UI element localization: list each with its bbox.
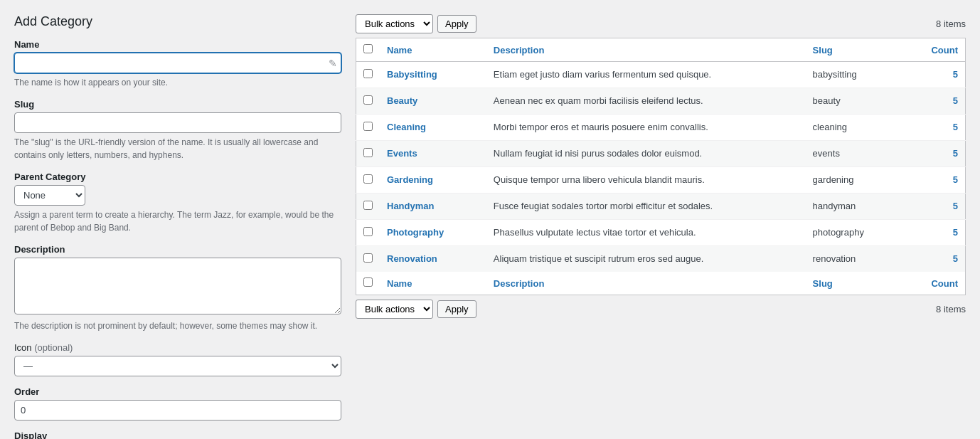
row-count-cell: 5	[904, 62, 966, 88]
row-checkbox[interactable]	[363, 69, 373, 78]
row-count-cell: 5	[904, 115, 966, 141]
row-name-cell: Photography	[380, 220, 486, 246]
description-group: Description The description is not promi…	[14, 244, 341, 332]
row-checkbox-cell[interactable]	[356, 167, 380, 194]
description-textarea[interactable]	[14, 258, 341, 314]
row-description-cell: Aliquam tristique et suscipit rutrum ero…	[486, 246, 806, 273]
select-all-checkbox[interactable]	[363, 44, 373, 53]
count-column-footer[interactable]: Count	[904, 272, 966, 295]
row-checkbox[interactable]	[363, 201, 373, 210]
row-checkbox-cell[interactable]	[356, 194, 380, 220]
row-checkbox-cell[interactable]	[356, 220, 380, 246]
parent-select[interactable]: None	[14, 185, 85, 206]
row-count-cell: 5	[904, 141, 966, 167]
row-description-cell: Aenean nec ex quam morbi facilisis eleif…	[486, 88, 806, 115]
row-count-link[interactable]: 5	[953, 95, 958, 106]
row-name-cell: Renovation	[380, 246, 486, 273]
row-count-link[interactable]: 5	[953, 174, 958, 185]
bulk-actions-select-top[interactable]: Bulk actions	[356, 14, 433, 33]
row-count-link[interactable]: 5	[953, 201, 958, 211]
table-footer-row: Name Description Slug Count	[356, 272, 966, 295]
select-all-header[interactable]	[356, 38, 380, 62]
name-column-footer[interactable]: Name	[380, 272, 486, 295]
description-label: Description	[14, 244, 341, 255]
row-name-link[interactable]: Beauty	[387, 95, 417, 106]
select-all-footer-checkbox[interactable]	[363, 277, 373, 287]
row-name-link[interactable]: Photography	[387, 227, 444, 238]
bottom-toolbar: Bulk actions Apply 8 items	[356, 300, 966, 319]
row-description-cell: Fusce feugiat sodales tortor morbi effic…	[486, 194, 806, 220]
row-checkbox[interactable]	[363, 253, 373, 263]
row-slug-cell: handyman	[806, 194, 904, 220]
table-header-row: Name Description Slug Count	[356, 38, 966, 62]
row-name-link[interactable]: Events	[387, 148, 417, 159]
row-name-link[interactable]: Gardening	[387, 174, 433, 185]
add-category-panel: Add Category Name ✎ The name is how it a…	[14, 14, 341, 439]
name-group: Name ✎ The name is how it appears on you…	[14, 39, 341, 89]
row-slug-cell: renovation	[806, 246, 904, 273]
row-checkbox-cell[interactable]	[356, 88, 380, 115]
table-body: Babysitting Etiam eget justo diam varius…	[356, 62, 966, 273]
row-name-cell: Events	[380, 141, 486, 167]
slug-column-header[interactable]: Slug	[806, 38, 904, 62]
slug-column-footer[interactable]: Slug	[806, 272, 904, 295]
display-label: Display	[14, 430, 341, 439]
edit-icon: ✎	[329, 58, 337, 69]
name-help: The name is how it appears on your site.	[14, 76, 341, 89]
row-count-cell: 5	[904, 246, 966, 273]
row-name-cell: Handyman	[380, 194, 486, 220]
apply-button-top[interactable]: Apply	[437, 15, 476, 33]
row-slug-cell: events	[806, 141, 904, 167]
description-column-header[interactable]: Description	[486, 38, 806, 62]
table-row: Gardening Quisque tempor urna libero veh…	[356, 167, 966, 194]
row-count-link[interactable]: 5	[953, 122, 958, 132]
row-count-link[interactable]: 5	[953, 69, 958, 80]
row-checkbox[interactable]	[363, 174, 373, 184]
slug-help: The "slug" is the URL-friendly version o…	[14, 136, 341, 162]
bulk-actions-select-bottom[interactable]: Bulk actions	[356, 300, 433, 319]
row-count-cell: 5	[904, 220, 966, 246]
bottom-toolbar-left: Bulk actions Apply	[356, 300, 476, 319]
table-row: Renovation Aliquam tristique et suscipit…	[356, 246, 966, 273]
row-slug-cell: babysitting	[806, 62, 904, 88]
table-row: Babysitting Etiam eget justo diam varius…	[356, 62, 966, 88]
count-column-header[interactable]: Count	[904, 38, 966, 62]
row-name-link[interactable]: Cleaning	[387, 122, 426, 132]
row-checkbox-cell[interactable]	[356, 141, 380, 167]
description-column-footer[interactable]: Description	[486, 272, 806, 295]
table-row: Cleaning Morbi tempor eros et mauris pos…	[356, 115, 966, 141]
name-input-wrapper: ✎	[14, 53, 341, 73]
apply-button-bottom[interactable]: Apply	[437, 300, 476, 318]
row-name-link[interactable]: Handyman	[387, 201, 434, 211]
name-label: Name	[14, 39, 341, 50]
row-slug-cell: cleaning	[806, 115, 904, 141]
icon-select[interactable]: —	[14, 356, 341, 376]
row-name-link[interactable]: Renovation	[387, 253, 437, 264]
row-checkbox[interactable]	[363, 95, 373, 105]
row-count-cell: 5	[904, 88, 966, 115]
row-checkbox[interactable]	[363, 227, 373, 236]
name-input[interactable]	[14, 53, 341, 73]
row-name-link[interactable]: Babysitting	[387, 69, 437, 80]
slug-group: Slug The "slug" is the URL-friendly vers…	[14, 99, 341, 162]
table-row: Beauty Aenean nec ex quam morbi facilisi…	[356, 88, 966, 115]
items-count-top: 8 items	[936, 18, 966, 29]
row-checkbox[interactable]	[363, 122, 373, 131]
select-all-footer-header[interactable]	[356, 272, 380, 295]
row-name-cell: Babysitting	[380, 62, 486, 88]
row-checkbox-cell[interactable]	[356, 246, 380, 273]
row-checkbox[interactable]	[363, 148, 373, 157]
row-count-link[interactable]: 5	[953, 148, 958, 159]
order-input[interactable]	[14, 400, 341, 421]
row-slug-cell: beauty	[806, 88, 904, 115]
row-checkbox-cell[interactable]	[356, 62, 380, 88]
parent-group: Parent Category None Assign a parent ter…	[14, 171, 341, 234]
row-description-cell: Morbi tempor eros et mauris posuere enim…	[486, 115, 806, 141]
categories-table: Name Description Slug Count Babysitting …	[356, 38, 966, 295]
name-column-header[interactable]: Name	[380, 38, 486, 62]
slug-input[interactable]	[14, 112, 341, 133]
row-count-link[interactable]: 5	[953, 227, 958, 238]
row-checkbox-cell[interactable]	[356, 115, 380, 141]
row-count-link[interactable]: 5	[953, 253, 958, 264]
icon-group: Icon (optional) —	[14, 342, 341, 376]
